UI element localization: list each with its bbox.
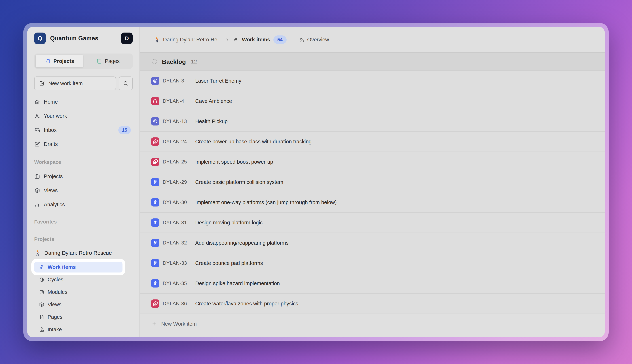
work-item-row[interactable]: DYLAN-33 Create bounce pad platforms [140,253,605,274]
sidebar-item-label: Modules [48,289,68,295]
app-window: Q Quantum Games D Projects Pages [23,23,609,341]
work-item-row[interactable]: DYLAN-25 Implement speed boost power-up [140,152,605,172]
work-item-title: Laser Turret Enemy [195,78,241,84]
sidebar-item-project-pages[interactable]: Pages [34,312,133,322]
sidebar-item-label: Analytics [44,202,65,208]
walking-person-emoji [34,250,41,256]
project-subitems: Work items Cycles Modules Views [34,262,133,335]
tab-pages-label: Pages [105,58,120,64]
workspace-name: Quantum Games [50,35,99,42]
project-daring-dylan[interactable]: Daring Dylan: Retro Rescue [34,247,133,259]
overview-toggle[interactable]: Overview [299,37,329,43]
feather-icon [152,139,158,144]
sidebar-item-your-work[interactable]: Your work [34,110,133,122]
work-item-row[interactable]: DYLAN-13 Health Pickup [140,112,605,132]
desktop-background: Q Quantum Games D Projects Pages [0,0,632,364]
work-item-row[interactable]: DYLAN-35 Design spike hazard implementat… [140,274,605,294]
sidebar-item-label: Inbox [44,127,57,133]
new-work-item-button[interactable]: New work item [34,76,116,90]
group-header-backlog[interactable]: Backlog 12 [140,52,605,71]
tab-pages[interactable]: Pages [84,54,132,68]
inbox-count-badge: 15 [118,126,131,134]
work-items-cubes-icon [152,240,158,246]
pages-copy-icon [96,58,102,64]
work-item-title: Implement speed boost power-up [195,159,273,165]
sidebar-item-label: Projects [44,174,63,180]
work-items-cubes-icon [233,37,239,43]
backlog-state-icon [151,58,158,65]
section-label-favorites[interactable]: Favorites [34,218,133,226]
tab-projects[interactable]: Projects [35,54,84,68]
work-item-title: Implement one-way platforms (can jump th… [195,200,337,206]
workspace-section-items: Projects Views Analytics [34,170,133,210]
section-label-workspace[interactable]: Workspace [34,158,133,166]
group-count: 12 [191,58,197,65]
layers-icon [39,302,45,308]
modules-icon [39,289,45,295]
work-item-type-icon [151,178,159,186]
work-item-title: Create bounce pad platforms [195,260,263,266]
search-button[interactable] [119,76,133,90]
work-item-row[interactable]: DYLAN-24 Create power-up base class with… [140,132,605,152]
rss-overview-icon [299,37,305,42]
breadcrumb-project[interactable]: Daring Dylan: Retro Re... [154,37,222,43]
sidebar-item-inbox[interactable]: Inbox 15 [34,124,133,136]
walking-person-emoji [154,37,160,43]
sidebar-item-label: Views [48,302,62,308]
sidebar-item-views[interactable]: Views [34,184,133,196]
work-items-cubes-icon [152,200,158,205]
workspace-switcher[interactable]: Q Quantum Games D [34,32,133,44]
sidebar-item-project-views[interactable]: Views [34,299,133,310]
work-item-type-icon [151,77,159,85]
search-icon [123,80,129,86]
breadcrumb-work-items[interactable]: Work items 54 [233,36,287,44]
drafts-pencil-icon [34,141,40,147]
sidebar-item-cycles[interactable]: Cycles [34,274,133,285]
work-item-type-icon [151,300,159,308]
new-work-item-inline-label: New Work item [161,321,197,327]
work-item-type-icon [151,218,159,227]
main-content: Daring Dylan: Retro Re... Work items 54 … [140,27,605,337]
sidebar-item-modules[interactable]: Modules [34,286,133,298]
sidebar-item-projects[interactable]: Projects [34,170,133,182]
sidebar-item-label: Your work [44,113,67,119]
work-item-type-icon [151,97,159,105]
intake-icon [39,327,45,332]
tab-projects-label: Projects [53,58,74,64]
work-item-type-icon [151,117,159,126]
work-item-list: DYLAN-3 Laser Turret Enemy DYLAN-4 Cave … [140,71,605,314]
work-item-row[interactable]: DYLAN-31 Design moving platform logic [140,213,605,233]
work-item-row[interactable]: DYLAN-30 Implement one-way platforms (ca… [140,192,605,213]
work-items-cubes-icon [152,280,158,286]
user-icon [34,113,40,119]
folder-open-icon [45,58,51,64]
sidebar-item-analytics[interactable]: Analytics [34,199,133,210]
sidebar-item-work-items[interactable]: Work items [34,262,123,272]
work-items-count-badge: 54 [273,36,287,44]
work-item-row[interactable]: DYLAN-4 Cave Ambience [140,91,605,112]
section-label-projects[interactable]: Projects [34,236,133,243]
inbox-icon [34,127,40,133]
sidebar-item-home[interactable]: Home [34,96,133,108]
work-item-row[interactable]: DYLAN-32 Add disappearing/reappearing pl… [140,233,605,253]
sidebar-item-drafts[interactable]: Drafts [34,138,133,150]
work-item-row[interactable]: DYLAN-29 Create basic platform collision… [140,172,605,192]
work-item-id: DYLAN-3 [163,78,195,84]
work-item-title: Add disappearing/reappearing platforms [195,240,289,246]
work-item-row[interactable]: DYLAN-3 Laser Turret Enemy [140,71,605,91]
pencil-square-icon [39,80,45,86]
work-items-cubes-icon [152,220,158,226]
sidebar-item-label: Views [44,188,58,194]
work-item-id: DYLAN-36 [163,301,195,306]
workspace-logo[interactable]: Q [34,32,46,44]
work-item-id: DYLAN-4 [163,98,195,104]
sidebar-tabs: Projects Pages [34,54,133,69]
work-item-title: Health Pickup [195,118,228,124]
sidebar-item-intake[interactable]: Intake [34,324,133,335]
work-item-row[interactable]: DYLAN-36 Create water/lava zones with pr… [140,294,605,314]
user-avatar[interactable]: D [121,32,133,44]
work-item-title: Create basic platform collision system [195,179,283,185]
new-work-item-inline-button[interactable]: New Work item [140,314,605,334]
sidebar-item-label: Pages [48,314,63,320]
layers-icon [34,188,40,194]
